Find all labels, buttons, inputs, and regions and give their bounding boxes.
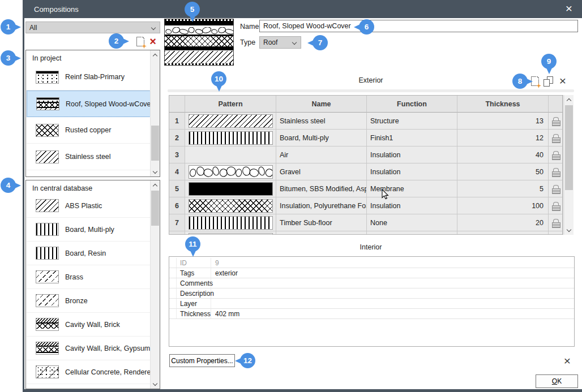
table-row[interactable]: 2 Board, Multi-ply Finish1 12	[169, 130, 563, 147]
name-cell[interactable]: Air	[276, 147, 367, 163]
header-cell-pattern[interactable]: Pattern	[185, 96, 276, 113]
pattern-swatch	[36, 318, 59, 331]
lock-cell[interactable]	[549, 197, 563, 214]
pattern-swatch	[189, 114, 273, 128]
thickness-cell[interactable]: 50	[457, 163, 549, 180]
property-row-comments[interactable]: Comments	[169, 278, 574, 288]
thickness-cell[interactable]	[457, 231, 549, 235]
lock-cell[interactable]	[549, 214, 563, 231]
list-item[interactable]: Board, Multi-ply	[27, 218, 151, 242]
function-cell[interactable]: Structure	[367, 113, 457, 130]
list-item[interactable]	[27, 384, 151, 389]
pattern-cell[interactable]	[185, 214, 276, 231]
pattern-cell[interactable]	[185, 113, 276, 130]
name-cell[interactable]: Board, Multi-ply	[276, 130, 367, 147]
list-item[interactable]: Brass	[27, 265, 151, 289]
scroll-up-icon[interactable]	[151, 180, 160, 189]
scrollbar-thumb[interactable]	[151, 126, 159, 161]
project-list-scrollbar[interactable]	[150, 50, 160, 176]
filter-dropdown[interactable]: All	[25, 21, 160, 33]
name-cell[interactable]: Bitumen, SBS Modified, Asphalt	[276, 180, 367, 197]
function-cell[interactable]: Finish1	[367, 130, 457, 147]
list-item[interactable]: Board, Resin	[27, 242, 151, 265]
table-row[interactable]: 1 Stainless steel Structure 13	[169, 113, 563, 130]
custom-properties-button[interactable]: Custom Properties...	[169, 354, 235, 367]
type-dropdown[interactable]: Roof	[259, 36, 301, 49]
header-cell-function[interactable]: Function	[367, 96, 457, 113]
list-item[interactable]: Stainless steel	[27, 144, 151, 170]
name-cell[interactable]: Timber Sub-floor	[276, 214, 367, 231]
list-item[interactable]: Reinf Slab-Primary	[27, 64, 151, 91]
name-input[interactable]	[259, 20, 578, 32]
function-cell[interactable]: None	[367, 214, 457, 231]
ok-button[interactable]: OK	[536, 374, 578, 388]
scroll-down-icon[interactable]	[151, 380, 160, 389]
thickness-cell[interactable]: 20	[457, 214, 549, 231]
lock-cell[interactable]	[549, 113, 563, 130]
header-cell-name[interactable]: Name	[276, 96, 367, 113]
new-composition-button[interactable]	[135, 36, 146, 47]
name-cell[interactable]: Gravel	[276, 163, 367, 180]
lock-cell[interactable]	[549, 231, 563, 235]
list-item[interactable]: Bronze	[27, 289, 151, 313]
lock-cell[interactable]	[549, 147, 563, 163]
table-row[interactable]: 6 Insulation, Polyurethane Foam Insulati…	[169, 197, 563, 214]
thickness-cell[interactable]: 12	[457, 130, 549, 147]
db-list-scrollbar[interactable]	[150, 180, 160, 389]
property-row-layer[interactable]: Layer	[169, 299, 574, 309]
list-item[interactable]: Cavity Wall, Brick, Gypsum	[27, 337, 151, 360]
lock-cell[interactable]	[549, 180, 563, 197]
property-row-description[interactable]: Description	[169, 288, 574, 299]
table-row[interactable]: 4 Gravel Insulation 50	[169, 163, 563, 180]
property-row-thickness[interactable]: Thickness 402 mm	[169, 309, 574, 319]
type-label: Type	[240, 38, 255, 46]
scroll-up-icon[interactable]	[151, 50, 160, 59]
close-icon[interactable]: ×	[560, 0, 577, 18]
pattern-cell[interactable]	[185, 130, 276, 147]
list-item[interactable]: Cellular Concrete, Rendered	[27, 360, 151, 384]
table-row[interactable]: 7 Timber Sub-floor None 20	[169, 214, 563, 231]
header-cell-thickness[interactable]: Thickness	[457, 96, 549, 113]
thickness-cell[interactable]: 100	[457, 197, 549, 214]
list-item[interactable]: Cavity Wall, Brick	[27, 313, 151, 337]
scroll-down-icon[interactable]	[564, 226, 574, 235]
property-value[interactable]: exterior	[211, 269, 238, 277]
scroll-down-icon[interactable]	[151, 167, 160, 176]
name-cell[interactable]: Stainless steel	[276, 113, 367, 130]
thickness-cell[interactable]: 40	[457, 147, 549, 163]
row-gutter	[169, 309, 177, 318]
name-cell[interactable]: Insulation, Polyurethane Foam	[276, 197, 367, 214]
function-cell[interactable]: Insulation	[367, 197, 457, 214]
function-cell[interactable]: Membrane	[367, 180, 457, 197]
pattern-cell[interactable]	[185, 197, 276, 214]
function-cell[interactable]: Insulation	[367, 147, 457, 163]
delete-composition-button[interactable]: ×	[148, 36, 158, 46]
copy-layer-button[interactable]	[543, 76, 554, 87]
thickness-cell[interactable]: 13	[457, 113, 549, 130]
delete-layer-button[interactable]: ×	[558, 75, 568, 86]
table-scrollbar[interactable]	[564, 95, 574, 235]
function-cell[interactable]: Insulation	[367, 163, 457, 180]
table-row-partial[interactable]	[169, 231, 563, 235]
list-item[interactable]: Rusted copper	[27, 117, 151, 144]
scroll-up-icon[interactable]	[564, 95, 574, 104]
scrollbar-thumb[interactable]	[151, 191, 159, 226]
pattern-cell[interactable]	[185, 163, 276, 180]
table-row[interactable]: 5 Bitumen, SBS Modified, Asphalt Membran…	[169, 180, 563, 197]
scrollbar-thumb[interactable]	[565, 105, 573, 190]
name-cell[interactable]	[276, 231, 367, 235]
pattern-cell[interactable]	[185, 147, 276, 163]
lock-cell[interactable]	[549, 130, 563, 147]
property-row-id[interactable]: ID 9	[169, 258, 574, 268]
list-item-selected[interactable]: Roof, Sloped Wood-wCover	[27, 91, 151, 117]
property-row-tags[interactable]: Tags exterior	[169, 268, 574, 278]
list-item[interactable]: ABS Plastic	[27, 194, 151, 218]
pattern-cell[interactable]	[185, 180, 276, 197]
thickness-cell[interactable]: 5	[457, 180, 549, 197]
lock-cell[interactable]	[549, 163, 563, 180]
table-row[interactable]: 3 Air Insulation 40	[169, 147, 563, 163]
property-label: Description	[177, 288, 211, 298]
pattern-cell[interactable]	[185, 231, 276, 235]
delete-side-button[interactable]: ×	[562, 355, 573, 367]
function-cell[interactable]	[367, 231, 457, 235]
